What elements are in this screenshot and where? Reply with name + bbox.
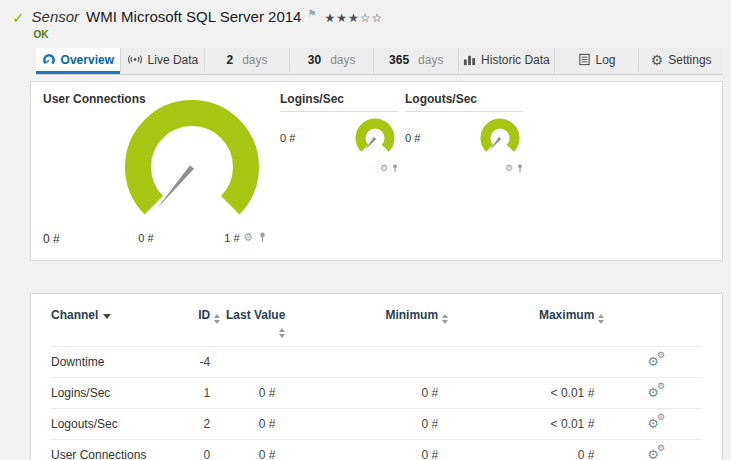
tab-label: Historic Data xyxy=(481,53,550,67)
gauge-settings-icon[interactable]: ⚙ xyxy=(380,164,388,173)
column-header-settings xyxy=(604,308,702,347)
channels-table: Channel ID Last Value Minimum Maximum Do… xyxy=(51,308,702,460)
gauge-needle xyxy=(157,165,194,209)
gear-icon: ⚙ xyxy=(657,413,665,422)
column-header-last-value[interactable]: Last Value xyxy=(220,308,285,347)
live-data-icon xyxy=(127,53,143,66)
tab-label-number: 365 xyxy=(389,53,409,67)
tab-label-unit: days xyxy=(330,53,355,67)
channel-last-value xyxy=(220,347,285,378)
channel-minimum: 0 # xyxy=(285,378,448,409)
logouts-gauge-actions: ⚙ xyxy=(505,164,523,173)
tab-label: Live Data xyxy=(148,53,199,67)
logins-gauge-block: Logins/Sec 0 # ⚙ xyxy=(280,92,398,173)
overview-gauges-panel: User Connections 0 # 1 # 0 # ⚙ Logins/Se… xyxy=(30,81,723,261)
priority-stars-rating[interactable]: ★★★☆☆ xyxy=(324,11,383,25)
channel-name[interactable]: Downtime xyxy=(51,347,181,378)
channel-id: 0 xyxy=(181,440,220,460)
channel-minimum xyxy=(285,347,448,378)
channel-name[interactable]: Logins/Sec xyxy=(51,378,181,409)
channel-settings-icon[interactable]: ⚙⚙ xyxy=(647,386,659,399)
main-gauge-actions: ⚙ xyxy=(243,232,266,243)
tab-settings[interactable]: ⚙ Settings xyxy=(638,48,723,74)
sensor-header-main: Sensor WMI Microsoft SQL Server 2014 ⚑ ★… xyxy=(32,8,384,40)
user-connections-gauge xyxy=(117,92,267,242)
column-header-minimum[interactable]: Minimum xyxy=(285,308,448,347)
column-header-channel[interactable]: Channel xyxy=(51,308,181,347)
channel-name[interactable]: Logouts/Sec xyxy=(51,409,181,440)
logins-gauge-actions: ⚙ xyxy=(380,164,398,173)
table-row[interactable]: User Connections 0 0 # 0 # 0 # ⚙⚙ xyxy=(51,440,702,460)
table-header-row: Channel ID Last Value Minimum Maximum xyxy=(51,308,702,347)
channel-settings-icon[interactable]: ⚙⚙ xyxy=(647,448,659,460)
channel-id: -4 xyxy=(181,347,220,378)
pin-icon[interactable] xyxy=(392,164,398,173)
tab-label-number: 2 xyxy=(227,53,234,67)
logins-gauge-value: 0 # xyxy=(280,132,295,173)
channel-id: 2 xyxy=(181,409,220,440)
logouts-gauge xyxy=(477,117,523,163)
logouts-gauge-title: Logouts/Sec xyxy=(405,92,523,112)
column-label: Maximum xyxy=(539,308,594,322)
log-icon xyxy=(578,53,591,66)
column-label: Last Value xyxy=(226,308,285,322)
tab-label: Overview xyxy=(61,53,114,67)
pin-icon[interactable] xyxy=(517,164,523,173)
tab-log[interactable]: Log xyxy=(554,48,639,74)
table-row[interactable]: Logins/Sec 1 0 # 0 # < 0.01 # ⚙⚙ xyxy=(51,378,702,409)
gear-icon: ⚙ xyxy=(657,444,665,453)
tab-label-unit: days xyxy=(242,53,267,67)
priority-flag-icon[interactable]: ⚑ xyxy=(307,8,316,19)
status-check-icon: ✓ xyxy=(12,9,25,40)
column-label: Channel xyxy=(51,308,98,322)
channels-table-panel: Channel ID Last Value Minimum Maximum Do… xyxy=(30,293,723,460)
column-label: Minimum xyxy=(385,308,438,322)
tab-historic-data[interactable]: Historic Data xyxy=(458,48,554,74)
channel-maximum: < 0.01 # xyxy=(448,378,604,409)
column-header-maximum[interactable]: Maximum xyxy=(448,308,604,347)
tab-bar: Overview Live Data 2days 30days 365days … xyxy=(36,48,723,75)
channel-maximum xyxy=(448,347,604,378)
sort-icon[interactable] xyxy=(279,328,285,338)
sort-icon[interactable] xyxy=(598,314,604,324)
column-label: ID xyxy=(198,308,210,322)
channel-settings-icon[interactable]: ⚙⚙ xyxy=(647,417,659,430)
main-gauge-value: 0 # xyxy=(43,232,60,246)
channel-settings-icon[interactable]: ⚙⚙ xyxy=(647,355,659,368)
channel-minimum: 0 # xyxy=(285,409,448,440)
gauge-settings-icon[interactable]: ⚙ xyxy=(505,164,513,173)
tab-live-data[interactable]: Live Data xyxy=(120,48,205,74)
tab-label: Log xyxy=(596,53,616,67)
channel-last-value: 0 # xyxy=(220,409,285,440)
logouts-gauge-value: 0 # xyxy=(405,132,420,173)
table-row[interactable]: Logouts/Sec 2 0 # 0 # < 0.01 # ⚙⚙ xyxy=(51,409,702,440)
tab-365-days[interactable]: 365days xyxy=(373,48,458,74)
tab-label-unit: days xyxy=(418,53,443,67)
object-kind-label: Sensor xyxy=(32,8,80,25)
logins-gauge-title: Logins/Sec xyxy=(280,92,398,112)
logins-gauge xyxy=(352,117,398,163)
gauge-settings-icon[interactable]: ⚙ xyxy=(243,232,253,243)
sensor-header: ✓ Sensor WMI Microsoft SQL Server 2014 ⚑… xyxy=(0,0,731,40)
channel-maximum: 0 # xyxy=(448,440,604,460)
tab-label-number: 30 xyxy=(308,53,321,67)
sort-icon[interactable] xyxy=(214,314,220,324)
sort-icon[interactable] xyxy=(442,314,448,324)
channel-last-value: 0 # xyxy=(220,378,285,409)
tab-2-days[interactable]: 2days xyxy=(204,48,289,74)
tab-30-days[interactable]: 30days xyxy=(289,48,374,74)
table-row[interactable]: Downtime -4 ⚙⚙ xyxy=(51,347,702,378)
column-header-id[interactable]: ID xyxy=(181,308,220,347)
pin-icon[interactable] xyxy=(259,232,266,243)
status-badge: OK xyxy=(34,29,384,40)
channel-last-value: 0 # xyxy=(220,440,285,460)
page-title: WMI Microsoft SQL Server 2014 xyxy=(86,8,301,25)
tab-overview[interactable]: Overview xyxy=(36,48,120,74)
channel-minimum: 0 # xyxy=(285,440,448,460)
sensor-title-line: Sensor WMI Microsoft SQL Server 2014 ⚑ ★… xyxy=(32,8,384,25)
channel-name[interactable]: User Connections xyxy=(51,440,181,460)
chevron-down-icon[interactable] xyxy=(103,314,111,319)
gear-icon: ⚙ xyxy=(651,53,664,67)
gear-icon: ⚙ xyxy=(657,382,665,391)
gauge-icon xyxy=(42,53,56,67)
